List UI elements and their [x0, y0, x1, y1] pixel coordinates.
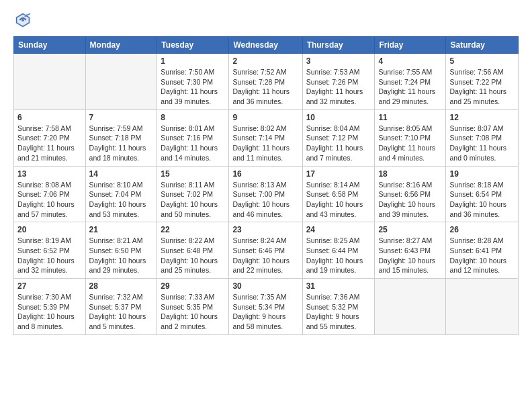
day-info: Sunrise: 7:30 AMSunset: 5:39 PMDaylight:… — [17, 292, 82, 332]
day-info: Sunrise: 7:59 AMSunset: 7:18 PMDaylight:… — [89, 124, 154, 163]
calendar-cell: 27Sunrise: 7:30 AMSunset: 5:39 PMDayligh… — [14, 279, 86, 335]
day-number: 10 — [306, 113, 371, 122]
calendar-cell: 20Sunrise: 8:19 AMSunset: 6:52 PMDayligh… — [14, 222, 86, 279]
calendar-table: SundayMondayTuesdayWednesdayThursdayFrid… — [13, 36, 519, 335]
calendar-cell: 24Sunrise: 8:25 AMSunset: 6:44 PMDayligh… — [302, 222, 375, 279]
day-number: 27 — [17, 281, 82, 291]
calendar-week-1: 1Sunrise: 7:50 AMSunset: 7:30 PMDaylight… — [14, 54, 519, 110]
day-info: Sunrise: 8:02 AMSunset: 7:14 PMDaylight:… — [232, 124, 298, 163]
calendar-week-2: 6Sunrise: 7:58 AMSunset: 7:20 PMDaylight… — [14, 109, 519, 166]
day-number: 12 — [449, 113, 515, 122]
day-info: Sunrise: 8:24 AMSunset: 6:46 PMDaylight:… — [232, 236, 298, 275]
day-number: 15 — [161, 169, 225, 179]
day-info: Sunrise: 8:05 AMSunset: 7:10 PMDaylight:… — [378, 124, 442, 163]
day-info: Sunrise: 8:11 AMSunset: 7:02 PMDaylight:… — [161, 180, 225, 220]
day-info: Sunrise: 8:16 AMSunset: 6:56 PMDaylight:… — [378, 180, 442, 220]
day-number: 11 — [378, 113, 442, 122]
day-number: 23 — [232, 225, 298, 234]
calendar-cell: 30Sunrise: 7:35 AMSunset: 5:34 PMDayligh… — [229, 279, 302, 335]
day-info: Sunrise: 8:13 AMSunset: 7:00 PMDaylight:… — [232, 180, 298, 220]
calendar-week-3: 13Sunrise: 8:08 AMSunset: 7:06 PMDayligh… — [14, 166, 519, 222]
day-info: Sunrise: 7:50 AMSunset: 7:30 PMDaylight:… — [161, 67, 225, 107]
calendar-cell — [446, 279, 519, 335]
day-number: 8 — [161, 113, 225, 122]
day-number: 29 — [161, 281, 225, 291]
calendar-cell: 18Sunrise: 8:16 AMSunset: 6:56 PMDayligh… — [375, 166, 446, 222]
day-info: Sunrise: 7:36 AMSunset: 5:32 PMDaylight:… — [306, 292, 371, 332]
calendar-cell: 8Sunrise: 8:01 AMSunset: 7:16 PMDaylight… — [157, 109, 229, 166]
calendar-cell: 17Sunrise: 8:14 AMSunset: 6:58 PMDayligh… — [302, 166, 375, 222]
day-info: Sunrise: 8:10 AMSunset: 7:04 PMDaylight:… — [89, 180, 154, 220]
svg-point-2 — [21, 19, 24, 21]
logo — [13, 11, 35, 30]
day-number: 26 — [449, 225, 515, 234]
day-info: Sunrise: 7:53 AMSunset: 7:26 PMDaylight:… — [306, 67, 371, 107]
day-info: Sunrise: 8:08 AMSunset: 7:06 PMDaylight:… — [17, 180, 82, 220]
calendar-cell: 23Sunrise: 8:24 AMSunset: 6:46 PMDayligh… — [229, 222, 302, 279]
calendar-cell: 12Sunrise: 8:07 AMSunset: 7:08 PMDayligh… — [446, 109, 519, 166]
weekday-header-thursday: Thursday — [302, 37, 375, 54]
calendar-cell: 14Sunrise: 8:10 AMSunset: 7:04 PMDayligh… — [85, 166, 157, 222]
calendar-cell: 31Sunrise: 7:36 AMSunset: 5:32 PMDayligh… — [302, 279, 375, 335]
weekday-header-tuesday: Tuesday — [157, 37, 229, 54]
calendar-cell: 28Sunrise: 7:32 AMSunset: 5:37 PMDayligh… — [85, 279, 157, 335]
calendar-cell: 26Sunrise: 8:28 AMSunset: 6:41 PMDayligh… — [446, 222, 519, 279]
calendar-body: 1Sunrise: 7:50 AMSunset: 7:30 PMDaylight… — [14, 54, 519, 335]
day-number: 25 — [378, 225, 442, 234]
day-info: Sunrise: 7:32 AMSunset: 5:37 PMDaylight:… — [89, 292, 154, 332]
day-number: 3 — [306, 56, 371, 66]
day-info: Sunrise: 8:27 AMSunset: 6:43 PMDaylight:… — [378, 236, 442, 275]
day-number: 31 — [306, 281, 371, 291]
calendar-week-5: 27Sunrise: 7:30 AMSunset: 5:39 PMDayligh… — [14, 279, 519, 335]
header-area — [13, 11, 519, 30]
weekday-header-wednesday: Wednesday — [229, 37, 302, 54]
day-number: 4 — [378, 56, 442, 66]
day-info: Sunrise: 8:18 AMSunset: 6:54 PMDaylight:… — [449, 180, 515, 220]
day-info: Sunrise: 7:56 AMSunset: 7:22 PMDaylight:… — [449, 67, 515, 107]
calendar-cell: 9Sunrise: 8:02 AMSunset: 7:14 PMDaylight… — [229, 109, 302, 166]
calendar-header: SundayMondayTuesdayWednesdayThursdayFrid… — [14, 37, 519, 54]
logo-icon — [13, 11, 32, 30]
day-number: 30 — [232, 281, 298, 291]
day-number: 5 — [449, 56, 515, 66]
calendar-cell: 7Sunrise: 7:59 AMSunset: 7:18 PMDaylight… — [85, 109, 157, 166]
calendar-cell: 19Sunrise: 8:18 AMSunset: 6:54 PMDayligh… — [446, 166, 519, 222]
calendar-cell — [375, 279, 446, 335]
day-number: 18 — [378, 169, 442, 179]
day-number: 16 — [232, 169, 298, 179]
day-info: Sunrise: 7:58 AMSunset: 7:20 PMDaylight:… — [17, 124, 82, 163]
day-number: 21 — [89, 225, 154, 234]
calendar-cell: 5Sunrise: 7:56 AMSunset: 7:22 PMDaylight… — [446, 54, 519, 110]
day-number: 1 — [161, 56, 225, 66]
day-info: Sunrise: 7:55 AMSunset: 7:24 PMDaylight:… — [378, 67, 442, 107]
calendar-cell: 6Sunrise: 7:58 AMSunset: 7:20 PMDaylight… — [14, 109, 86, 166]
day-info: Sunrise: 8:22 AMSunset: 6:48 PMDaylight:… — [161, 236, 225, 275]
day-number: 22 — [161, 225, 225, 234]
day-number: 28 — [89, 281, 154, 291]
weekday-header-row: SundayMondayTuesdayWednesdayThursdayFrid… — [14, 37, 519, 54]
day-number: 7 — [89, 113, 154, 122]
calendar-cell — [14, 54, 86, 110]
calendar-cell: 25Sunrise: 8:27 AMSunset: 6:43 PMDayligh… — [375, 222, 446, 279]
day-number: 17 — [306, 169, 371, 179]
calendar-cell: 22Sunrise: 8:22 AMSunset: 6:48 PMDayligh… — [157, 222, 229, 279]
weekday-header-sunday: Sunday — [14, 37, 86, 54]
calendar-cell: 15Sunrise: 8:11 AMSunset: 7:02 PMDayligh… — [157, 166, 229, 222]
day-info: Sunrise: 8:01 AMSunset: 7:16 PMDaylight:… — [161, 124, 225, 163]
calendar-cell: 16Sunrise: 8:13 AMSunset: 7:00 PMDayligh… — [229, 166, 302, 222]
day-info: Sunrise: 8:14 AMSunset: 6:58 PMDaylight:… — [306, 180, 371, 220]
calendar-cell: 4Sunrise: 7:55 AMSunset: 7:24 PMDaylight… — [375, 54, 446, 110]
day-number: 19 — [449, 169, 515, 179]
page: SundayMondayTuesdayWednesdayThursdayFrid… — [0, 0, 532, 342]
calendar-cell: 13Sunrise: 8:08 AMSunset: 7:06 PMDayligh… — [14, 166, 86, 222]
day-number: 9 — [232, 113, 298, 122]
day-info: Sunrise: 7:52 AMSunset: 7:28 PMDaylight:… — [232, 67, 298, 107]
calendar-cell: 3Sunrise: 7:53 AMSunset: 7:26 PMDaylight… — [302, 54, 375, 110]
day-info: Sunrise: 8:07 AMSunset: 7:08 PMDaylight:… — [449, 124, 515, 163]
calendar-cell: 1Sunrise: 7:50 AMSunset: 7:30 PMDaylight… — [157, 54, 229, 110]
day-info: Sunrise: 7:33 AMSunset: 5:35 PMDaylight:… — [161, 292, 225, 332]
day-info: Sunrise: 8:25 AMSunset: 6:44 PMDaylight:… — [306, 236, 371, 275]
day-number: 14 — [89, 169, 154, 179]
day-number: 2 — [232, 56, 298, 66]
calendar-cell: 21Sunrise: 8:21 AMSunset: 6:50 PMDayligh… — [85, 222, 157, 279]
